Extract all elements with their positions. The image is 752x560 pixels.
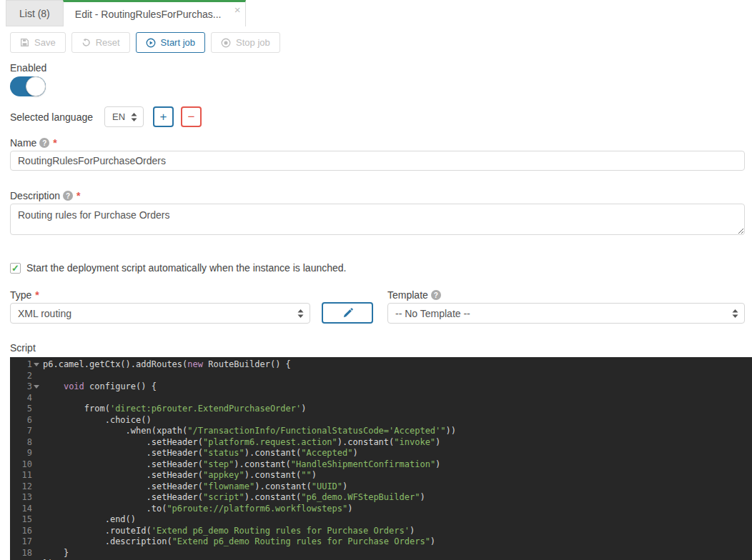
script-editor[interactable]: 1p6.camel.getCtx().addRoutes(new RouteBu…	[10, 357, 752, 560]
fold-caret-slot	[32, 448, 40, 459]
line-number: 3	[10, 381, 43, 393]
editor-line[interactable]: 11 .setHeader("appkey").constant("")	[10, 470, 752, 481]
code-line: from('direct:p6router.ExtendPurchaseOrde…	[43, 404, 752, 415]
line-number: 15	[10, 514, 43, 526]
reset-button[interactable]: Reset	[71, 32, 130, 53]
fold-caret-slot	[32, 393, 40, 404]
description-textarea[interactable]: Routing rules for Purchase Orders	[10, 204, 745, 235]
fold-caret-slot	[32, 526, 40, 537]
tab-list-label: List (8)	[19, 8, 50, 19]
stop-job-label: Stop job	[236, 37, 270, 48]
template-label: Template	[387, 289, 428, 301]
start-job-button[interactable]: Start job	[136, 32, 205, 53]
autostart-row: ✓ Start the deployment script automatica…	[10, 262, 745, 274]
line-number: 12	[10, 481, 43, 493]
editor-line[interactable]: 9 .setHeader("status").constant("Accepte…	[10, 448, 752, 459]
help-glyph: ?	[434, 291, 438, 299]
fold-caret-slot	[32, 536, 40, 548]
help-glyph: ?	[66, 192, 70, 200]
fold-caret-slot	[32, 404, 40, 415]
line-number: 6	[10, 415, 43, 426]
fold-caret-slot	[32, 415, 40, 426]
fold-caret-slot	[32, 481, 40, 493]
fold-caret-slot	[32, 371, 40, 382]
remove-language-button[interactable]: −	[181, 106, 202, 127]
editor-line[interactable]: 4	[10, 393, 752, 404]
code-line: .to("p6route://platform6.workflowsteps")	[43, 504, 752, 515]
fold-caret-slot	[32, 437, 40, 449]
fold-caret-icon[interactable]	[32, 359, 40, 371]
description-label-row: Description ? *	[10, 190, 745, 201]
stop-job-button[interactable]: Stop job	[211, 32, 280, 53]
language-value: EN	[112, 111, 125, 122]
editor-line[interactable]: 2	[10, 371, 752, 382]
code-line: .choice()	[43, 415, 752, 426]
language-select[interactable]: EN	[104, 106, 144, 127]
code-line: void configure() {	[43, 381, 752, 393]
help-icon[interactable]: ?	[39, 138, 49, 148]
template-label-row: Template ?	[387, 289, 745, 301]
editor-line[interactable]: 1p6.camel.getCtx().addRoutes(new RouteBu…	[10, 359, 752, 371]
help-icon[interactable]: ?	[63, 191, 73, 201]
edit-type-button[interactable]	[322, 302, 373, 324]
select-caret-icon	[732, 309, 738, 318]
line-number: 16	[10, 526, 43, 537]
template-select[interactable]: -- No Template --	[387, 303, 745, 324]
reset-label: Reset	[96, 37, 120, 48]
editor-line[interactable]: 18 }	[10, 548, 752, 559]
code-line: .setHeader("flowname").constant("UUID")	[43, 481, 752, 493]
code-line: p6.camel.getCtx().addRoutes(new RouteBui…	[43, 359, 752, 371]
template-value: -- No Template --	[395, 308, 470, 319]
type-label-row: Type *	[10, 289, 310, 301]
enabled-toggle[interactable]	[10, 76, 46, 96]
autostart-checkbox[interactable]: ✓	[10, 263, 21, 274]
help-icon[interactable]: ?	[431, 290, 441, 300]
editor-line[interactable]: 17 .description("Extend p6_demo Routing …	[10, 536, 752, 548]
name-input[interactable]	[10, 151, 745, 171]
stop-circle-icon	[221, 38, 231, 48]
editor-line[interactable]: 16 .routeId('Extend p6_demo Routing rule…	[10, 526, 752, 537]
editor-line[interactable]: 6 .choice()	[10, 415, 752, 426]
code-line: .end()	[43, 514, 752, 526]
editor-line[interactable]: 3 void configure() {	[10, 381, 752, 393]
type-select[interactable]: XML routing	[10, 303, 310, 324]
editor-line[interactable]: 13 .setHeader("script").constant("p6_dem…	[10, 492, 752, 504]
editor-line[interactable]: 10 .setHeader("step").constant("HandleSh…	[10, 459, 752, 471]
fold-caret-slot	[32, 548, 40, 559]
fold-caret-slot	[32, 459, 40, 471]
description-label: Description	[10, 190, 60, 201]
required-asterisk: *	[53, 137, 56, 149]
editor-line[interactable]: 8 .setHeader("platform6.request.action")…	[10, 437, 752, 449]
required-asterisk: *	[76, 190, 80, 201]
type-template-row: Type * XML routing Template ? -- No Temp…	[10, 289, 745, 324]
editor-line[interactable]: 14 .to("p6route://platform6.workflowstep…	[10, 504, 752, 515]
type-column: Type * XML routing	[10, 289, 310, 324]
editor-line[interactable]: 5 from('direct:p6router.ExtendPurchaseOr…	[10, 404, 752, 415]
autostart-label: Start the deployment script automaticall…	[26, 262, 346, 274]
tab-edit[interactable]: Edit - RoutingRulesForPurchas... ×	[63, 0, 247, 26]
editor-line[interactable]: 15 .end()	[10, 514, 752, 526]
line-number: 7	[10, 426, 43, 437]
check-icon: ✓	[11, 264, 19, 273]
line-number: 17	[10, 536, 43, 548]
save-label: Save	[34, 37, 56, 48]
editor-line[interactable]: 7 .when(xpath("/TransactionInfo/Function…	[10, 426, 752, 437]
line-number: 18	[10, 548, 43, 559]
type-value: XML routing	[18, 308, 71, 319]
save-button[interactable]: Save	[10, 32, 66, 53]
code-line: .setHeader("status").constant("Accepted"…	[43, 448, 752, 459]
edit-script-page: List (8) Edit - RoutingRulesForPurchas..…	[0, 0, 752, 560]
line-number: 13	[10, 492, 43, 504]
code-line: .setHeader("appkey").constant("")	[43, 470, 752, 481]
fold-caret-icon[interactable]	[32, 381, 40, 393]
toolbar: Save Reset Start job Stop job	[10, 32, 745, 53]
tab-list[interactable]: List (8)	[6, 0, 64, 26]
language-row: Selected language EN + −	[10, 106, 745, 127]
enabled-label: Enabled	[10, 62, 745, 74]
editor-line[interactable]: 12 .setHeader("flowname").constant("UUID…	[10, 481, 752, 493]
code-line: }	[43, 548, 752, 559]
code-line: .when(xpath("/TransactionInfo/Functional…	[43, 426, 752, 437]
help-glyph: ?	[42, 139, 46, 147]
add-language-button[interactable]: +	[153, 106, 174, 127]
close-icon[interactable]: ×	[234, 4, 241, 16]
